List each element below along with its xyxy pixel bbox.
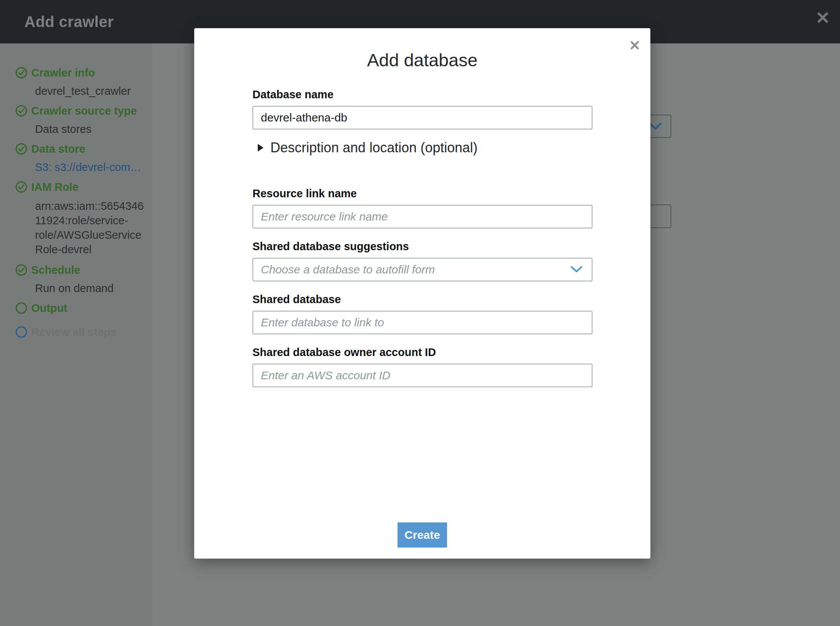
wizard-steps-sidebar: Crawler info devrel_test_crawler Crawler… bbox=[0, 43, 152, 626]
page-close-icon[interactable]: ✕ bbox=[815, 9, 830, 27]
modal-close-icon[interactable]: ✕ bbox=[629, 39, 640, 53]
circle-icon bbox=[15, 326, 27, 338]
database-name-input[interactable] bbox=[252, 106, 592, 129]
description-location-label: Description and location (optional) bbox=[270, 140, 477, 156]
step-label: Crawler source type bbox=[31, 105, 137, 117]
step-label: IAM Role bbox=[31, 181, 78, 193]
description-location-expander[interactable]: Description and location (optional) bbox=[258, 141, 592, 155]
step-label: Schedule bbox=[31, 264, 80, 276]
step-label: Review all steps bbox=[31, 326, 117, 339]
shared-database-owner-input[interactable] bbox=[252, 364, 592, 387]
step-value: devrel_test_crawler bbox=[35, 85, 149, 97]
step-value: Run on demand bbox=[35, 282, 149, 295]
database-name-field-group: Database name bbox=[252, 88, 592, 129]
shared-database-field-group: Shared database bbox=[252, 293, 592, 334]
chevron-down-icon bbox=[648, 122, 662, 131]
chevron-down-icon bbox=[570, 266, 583, 273]
create-button[interactable]: Create bbox=[398, 522, 447, 548]
resource-link-name-field-group: Resource link name bbox=[252, 187, 592, 228]
page-title: Add crawler bbox=[24, 13, 113, 30]
step-value: Data stores bbox=[35, 123, 149, 136]
sidebar-item-schedule[interactable]: Schedule bbox=[15, 263, 149, 276]
sidebar-item-crawler-source-type[interactable]: Crawler source type bbox=[15, 104, 149, 117]
check-circle-icon bbox=[15, 67, 27, 79]
check-circle-icon bbox=[15, 181, 27, 193]
database-name-label: Database name bbox=[252, 88, 592, 101]
resource-link-name-input[interactable] bbox=[252, 205, 592, 228]
check-circle-icon bbox=[15, 143, 27, 155]
select-placeholder: Choose a database to autofill form bbox=[261, 263, 435, 276]
sidebar-item-crawler-info[interactable]: Crawler info bbox=[15, 66, 149, 79]
resource-link-name-label: Resource link name bbox=[252, 187, 592, 200]
step-label: Output bbox=[31, 302, 67, 315]
check-circle-icon bbox=[15, 105, 27, 117]
shared-database-input[interactable] bbox=[252, 311, 592, 334]
step-label: Data store bbox=[31, 143, 85, 155]
shared-database-label: Shared database bbox=[252, 293, 592, 306]
disclosure-triangle-icon bbox=[258, 144, 263, 152]
shared-database-owner-label: Shared database owner account ID bbox=[252, 346, 592, 359]
add-database-modal: ✕ Add database Database name Description… bbox=[194, 28, 650, 559]
shared-database-owner-field-group: Shared database owner account ID bbox=[252, 346, 592, 387]
check-circle-icon bbox=[15, 264, 27, 276]
circle-icon bbox=[15, 302, 27, 314]
modal-title: Add database bbox=[194, 50, 650, 71]
shared-database-suggestions-field-group: Shared database suggestions Choose a dat… bbox=[252, 240, 592, 281]
step-label: Crawler info bbox=[31, 67, 95, 79]
shared-database-suggestions-label: Shared database suggestions bbox=[252, 240, 592, 253]
sidebar-item-review-all-steps[interactable]: Review all steps bbox=[15, 326, 149, 339]
step-value-iam-arn: arn:aws:iam::565434611924:role/service-r… bbox=[35, 199, 149, 257]
sidebar-item-output[interactable]: Output bbox=[15, 302, 149, 315]
shared-database-suggestions-select[interactable]: Choose a database to autofill form bbox=[252, 258, 592, 281]
step-value-s3-link[interactable]: S3: s3://devrel-com… bbox=[35, 161, 149, 174]
sidebar-item-data-store[interactable]: Data store bbox=[15, 142, 149, 155]
add-database-form: Database name Description and location (… bbox=[194, 88, 650, 387]
sidebar-item-iam-role[interactable]: IAM Role bbox=[15, 180, 149, 193]
